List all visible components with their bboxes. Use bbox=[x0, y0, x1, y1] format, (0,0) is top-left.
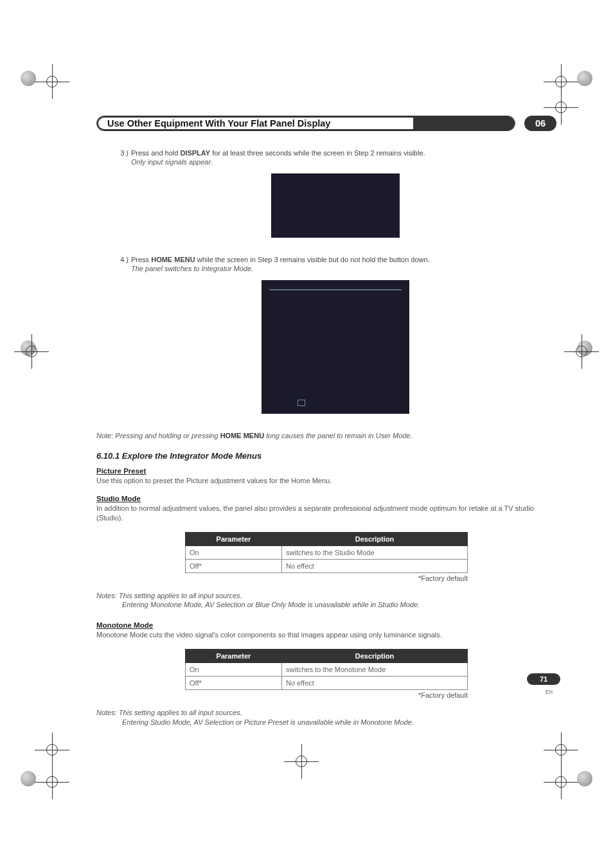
monotone-mode-head: Monotone Mode bbox=[96, 621, 556, 629]
page-content: Use Other Equipment With Your Flat Panel… bbox=[96, 116, 556, 739]
subsection-title: 6.10.1 Explore the Integrator Mode Menus bbox=[96, 451, 556, 461]
step-4: 4 ) Press HOME MENU while the screen in … bbox=[114, 256, 556, 272]
note-user-mode: Note: Pressing and holding or pressing H… bbox=[96, 432, 556, 439]
step-number: 4 ) bbox=[114, 256, 129, 263]
factory-default-note: *Factory default bbox=[185, 691, 468, 699]
monotone-mode-table: Parameter Description On switches to the… bbox=[185, 649, 468, 690]
page-language: En bbox=[546, 689, 553, 695]
step-number: 3 ) bbox=[114, 149, 129, 157]
chapter-title: Use Other Equipment With Your Flat Panel… bbox=[97, 118, 330, 128]
step-3: 3 ) Press and hold DISPLAY for at least … bbox=[114, 149, 556, 166]
page-number: 71 bbox=[540, 675, 547, 683]
picture-preset-body: Use this option to preset the Picture ad… bbox=[96, 476, 556, 486]
step-sub: Only input signals appear. bbox=[131, 158, 556, 166]
step-text: Press and hold DISPLAY for at least thre… bbox=[131, 149, 556, 157]
print-mark-dot bbox=[21, 71, 36, 86]
table-row: On switches to the Monotone Mode bbox=[186, 663, 468, 677]
table-row: Off* No effect bbox=[186, 559, 468, 572]
chapter-title-pill: Use Other Equipment With Your Flat Panel… bbox=[96, 116, 515, 131]
table-header-row: Parameter Description bbox=[186, 532, 468, 545]
col-parameter: Parameter bbox=[186, 532, 282, 545]
studio-mode-notes: Notes: This setting applies to all input… bbox=[96, 591, 556, 610]
studio-mode-body: In addition to normal adjustment values,… bbox=[96, 504, 556, 523]
monotone-mode-body: Monotone Mode cuts the video signal's co… bbox=[96, 630, 556, 640]
col-description: Description bbox=[282, 532, 468, 545]
screenshot-step4 bbox=[262, 280, 409, 414]
chapter-header: Use Other Equipment With Your Flat Panel… bbox=[96, 116, 556, 131]
col-description: Description bbox=[282, 650, 468, 663]
table-row: Off* No effect bbox=[186, 677, 468, 690]
studio-mode-head: Studio Mode bbox=[96, 495, 556, 502]
page-number-pill: 71 bbox=[527, 673, 560, 685]
table-header-row: Parameter Description bbox=[186, 650, 468, 663]
studio-mode-table: Parameter Description On switches to the… bbox=[185, 532, 468, 573]
step-text: Press HOME MENU while the screen in Step… bbox=[131, 256, 556, 263]
print-mark-dot bbox=[21, 771, 36, 786]
step-sub: The panel switches to Integrator Mode. bbox=[131, 265, 556, 272]
screenshot-step3 bbox=[271, 173, 400, 238]
print-mark-dot bbox=[577, 771, 592, 786]
factory-default-note: *Factory default bbox=[185, 574, 468, 582]
chapter-number-pill: 06 bbox=[524, 116, 556, 131]
chapter-number: 06 bbox=[535, 118, 546, 128]
picture-preset-head: Picture Preset bbox=[96, 467, 556, 475]
monotone-mode-notes: Notes: This setting applies to all input… bbox=[96, 708, 556, 727]
col-parameter: Parameter bbox=[186, 650, 282, 663]
table-row: On switches to the Studio Mode bbox=[186, 545, 468, 559]
print-mark-dot bbox=[577, 71, 592, 86]
